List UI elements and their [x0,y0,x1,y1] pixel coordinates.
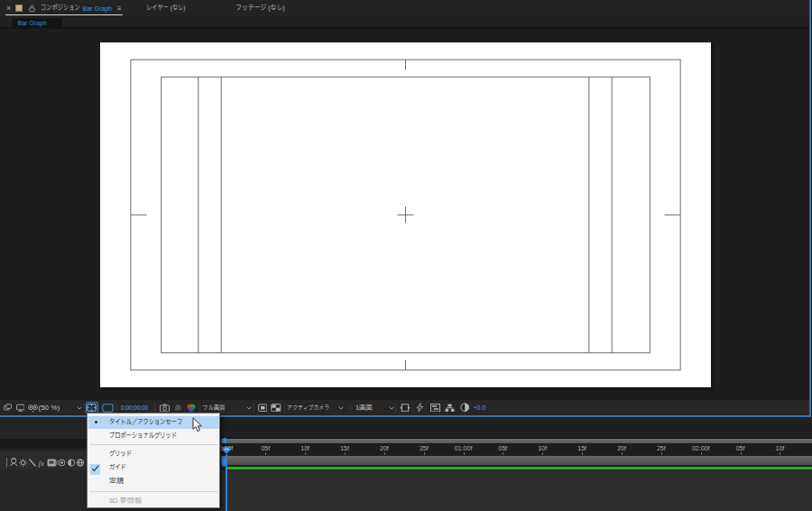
checkmark-icon [91,465,99,472]
current-time-indicator-line[interactable] [226,455,227,511]
ruler-label: 10f [300,445,309,451]
ruler-label: 10f [538,445,547,451]
always-preview-icon[interactable] [4,400,12,415]
icon-glyph [102,404,114,413]
svg-text:fx: fx [39,459,45,468]
ruler-label: 10f [776,445,785,451]
icon-glyph [338,406,344,410]
timecode-text: 0;00;00;00 [121,404,148,411]
ruler-label: 20f [617,445,626,451]
icon-glyph [187,404,196,413]
menu-item-rulers[interactable]: 定規 [88,475,219,488]
region-of-interest-icon[interactable] [258,400,268,415]
timeline-button-icon[interactable] [430,400,440,415]
menu-item-3d-reference-axes[interactable]: 3D 参照軸 [88,495,219,507]
tab-footage[interactable]: フッテージ (なし) [235,0,286,16]
ruler-label: 25f [420,445,429,451]
icon-glyph [271,404,281,413]
icon-glyph [77,406,82,410]
menu-item-grid[interactable]: グリッド [88,448,219,460]
icon-glyph [16,404,25,413]
timeline-track-area[interactable] [221,470,812,511]
icon-glyph [87,404,97,412]
exposure-text: +0.0 [474,404,486,411]
shared-view-icon[interactable] [28,400,39,415]
toolbar-separator [284,404,285,413]
composition-thumbnail-icon [15,5,23,12]
icon-glyph [415,403,425,413]
toolbar-separator [395,404,396,413]
ruler-label: 25f [657,445,666,451]
icon-glyph [246,406,252,410]
zoom-chevron-icon[interactable] [77,400,82,415]
composition-panel: × コンポジション Bar Graph ≡ レイヤー (なし) フッテージ (な… [0,0,811,417]
icon-glyph [430,404,440,413]
icon-glyph [400,404,411,413]
menu-item-guides[interactable]: ガイド [88,461,219,474]
close-icon[interactable]: × [6,5,11,13]
toolbar-separator [254,404,254,413]
view-layout-chevron-icon[interactable] [389,400,394,415]
composition-viewer[interactable] [0,31,809,399]
icon-glyph [4,404,12,412]
work-area-start-handle[interactable] [222,457,226,467]
menu-separator [90,444,217,445]
viewer-tab-row: Bar Graph [0,16,809,29]
exposure-value[interactable]: +0.0 [474,400,486,415]
after-effects-window: × コンポジション Bar Graph ≡ レイヤー (なし) フッテージ (な… [0,0,812,511]
tab-layer[interactable]: レイヤー (なし) [146,0,186,16]
panel-menu-icon[interactable]: ≡ [117,5,122,13]
selected-bullet-icon [95,421,97,423]
mouse-cursor [192,417,203,432]
safe-guides-overlay [100,42,711,387]
transparency-grid-icon[interactable] [271,400,281,415]
reset-exposure-icon[interactable] [460,400,470,415]
chevron-down-icon [246,406,252,410]
icon-glyph [160,404,170,413]
view-layout-select[interactable]: 1画面 [355,400,373,415]
ruler-label: 15f [340,445,349,451]
viewer-tab-bar-graph[interactable]: Bar Graph [12,18,62,28]
time-ruler[interactable]: 0:00f05f10f15f20f25f01:00f05f10f15f20f25… [221,443,812,456]
icon-glyph [174,404,182,412]
current-time-indicator[interactable] [222,446,231,454]
active-tab-underline [5,14,123,16]
chevron-down-icon [77,406,82,410]
icon-glyph [28,404,39,413]
timeline-graph-area: 0:00f05f10f15f20f25f01:00f05f10f15f20f25… [221,417,812,511]
work-area-bar[interactable] [221,456,812,465]
primary-viewer-icon[interactable] [16,400,25,415]
toolbar-separator [154,404,155,413]
icon-glyph [389,406,394,410]
pixel-aspect-icon[interactable] [400,400,411,415]
ruler-label: 02:00f [692,445,709,451]
toolbar-separator [199,404,200,413]
resolution-chevron-icon[interactable] [246,400,252,415]
icon-glyph [460,403,470,413]
tab-composition-label: コンポジション [41,3,72,14]
icon-glyph [445,404,455,413]
icon-glyph [258,404,268,413]
flowchart-icon[interactable] [445,400,455,415]
camera-view-chevron-icon[interactable] [338,400,344,415]
ruler-label: 15f [577,445,586,451]
zoom-level-text: (50 %) [39,404,60,412]
menu-separator [90,491,217,492]
ruler-label: 20f [380,445,389,451]
fast-previews-icon[interactable] [415,400,425,415]
chevron-down-icon [338,406,344,410]
toolbar-separator [84,404,85,413]
time-navigator-start-handle[interactable] [222,438,227,443]
toolbar-separator [116,404,117,413]
ruler-label: 01:00f [455,445,472,451]
camera-view-select[interactable]: アクティブカメラ [287,400,330,415]
unlock-icon[interactable] [29,5,35,13]
toolbar-separator [350,404,351,413]
composition-canvas [100,42,711,387]
zoom-select[interactable]: (50 %) [39,400,60,415]
layer-switches-icons[interactable]: fx [0,451,90,469]
ruler-label: 05f [261,445,270,451]
chevron-down-icon [389,406,394,410]
composition-name: Bar Graph [83,5,112,12]
ruler-label: 05f [499,445,508,451]
